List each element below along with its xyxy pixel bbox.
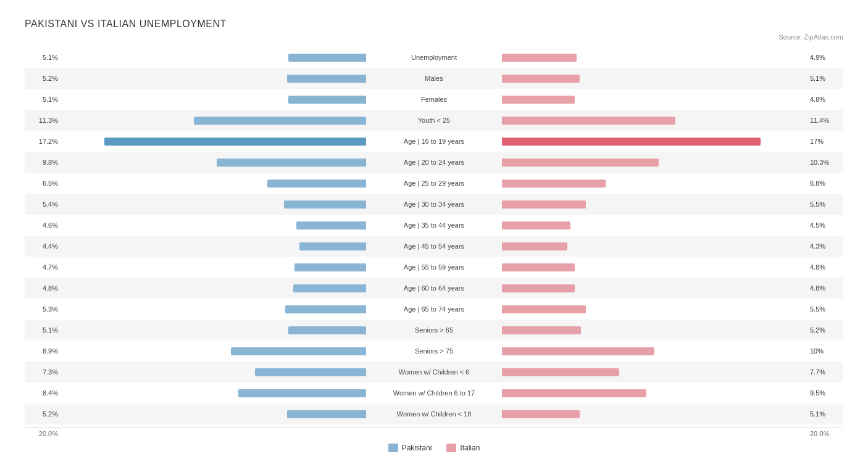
chart-row: 4.4%Age | 45 to 54 years4.3%: [25, 236, 843, 257]
bar-pakistani: [104, 138, 366, 146]
right-bar-container: [502, 242, 806, 250]
bar-pakistani: [238, 389, 366, 397]
right-value: 4.8%: [806, 96, 843, 103]
bar-row-label: Age | 35 to 44 years: [366, 221, 502, 229]
right-bar-container: [502, 305, 806, 313]
bar-pair-pakistani: Age | 55 to 59 years: [62, 263, 806, 271]
left-value: 5.1%: [25, 326, 62, 334]
chart-row: 11.3%Youth < 2511.4%: [25, 110, 843, 131]
left-bar-container: [62, 368, 366, 376]
right-value: 9.5%: [806, 389, 843, 397]
bar-italian: [502, 368, 619, 376]
left-value: 5.2%: [25, 410, 62, 418]
bar-italian: [502, 159, 659, 167]
bar-pair-pakistani: Age | 65 to 74 years: [62, 305, 806, 313]
left-bar-container: [62, 305, 366, 313]
bar-italian: [502, 96, 575, 104]
left-bar-container: [62, 284, 366, 292]
bar-pair-pakistani: Seniors > 65: [62, 326, 806, 334]
chart-title: PAKISTANI VS ITALIAN UNEMPLOYMENT: [25, 19, 843, 30]
right-bar-container: [502, 159, 806, 167]
left-value: 8.4%: [25, 389, 62, 397]
bar-pakistani: [288, 326, 366, 334]
left-value: 9.8%: [25, 159, 62, 166]
left-value: 5.2%: [25, 75, 62, 82]
bar-row-label: Age | 45 to 54 years: [366, 242, 502, 250]
bar-pair-pakistani: Women w/ Children < 6: [62, 368, 806, 376]
bars-center: Women w/ Children 6 to 17: [62, 389, 806, 397]
left-bar-container: [62, 263, 366, 271]
right-value: 4.5%: [806, 221, 843, 229]
bar-pair-pakistani: Age | 45 to 54 years: [62, 242, 806, 250]
right-value: 4.3%: [806, 242, 843, 250]
bar-row-label: Age | 65 to 74 years: [366, 305, 502, 313]
chart-row: 5.2%Women w/ Children < 185.1%: [25, 403, 843, 424]
bar-pair-pakistani: Women w/ Children 6 to 17: [62, 389, 806, 397]
right-bar-container: [502, 96, 806, 104]
bars-wrapper: 5.1%Unemployment4.9%5.2%Males5.1%5.1%Fem…: [25, 47, 843, 424]
bars-center: Age | 65 to 74 years: [62, 305, 806, 313]
bars-center: Women w/ Children < 18: [62, 410, 806, 418]
left-value: 5.1%: [25, 54, 62, 61]
bars-center: Seniors > 65: [62, 326, 806, 334]
chart-row: 5.4%Age | 30 to 34 years5.5%: [25, 194, 843, 215]
bar-pakistani: [194, 117, 366, 125]
left-value: 4.8%: [25, 284, 62, 292]
bars-center: Age | 16 to 19 years: [62, 138, 806, 146]
chart-row: 8.4%Women w/ Children 6 to 179.5%: [25, 382, 843, 403]
legend-pakistani-color: [388, 444, 398, 452]
right-bar-container: [502, 221, 806, 229]
bars-center: Age | 35 to 44 years: [62, 221, 806, 229]
bar-pair-pakistani: Age | 35 to 44 years: [62, 221, 806, 229]
bars-center: Females: [62, 96, 806, 104]
left-bar-container: [62, 221, 366, 229]
right-bar-container: [502, 284, 806, 292]
right-bar-container: [502, 138, 806, 146]
legend-italian-label: Italian: [460, 444, 480, 452]
chart-row: 5.1%Females4.8%: [25, 89, 843, 110]
left-value: 6.5%: [25, 180, 62, 187]
chart-row: 8.9%Seniors > 7510%: [25, 341, 843, 362]
left-bar-container: [62, 242, 366, 250]
bars-center: Age | 60 to 64 years: [62, 284, 806, 292]
bar-row-label: Age | 55 to 59 years: [366, 263, 502, 271]
chart-row: 5.2%Males5.1%: [25, 68, 843, 89]
bar-italian: [502, 180, 606, 188]
chart-row: 9.8%Age | 20 to 24 years10.3%: [25, 152, 843, 173]
legend-italian: Italian: [446, 444, 480, 452]
legend-pakistani-label: Pakistani: [402, 444, 432, 452]
right-value: 7.7%: [806, 368, 843, 376]
left-value: 7.3%: [25, 368, 62, 376]
bar-pakistani: [284, 200, 366, 209]
left-value: 4.7%: [25, 263, 62, 271]
bar-row-label: Unemployment: [366, 54, 502, 61]
left-bar-container: [62, 180, 366, 188]
bars-center: Age | 45 to 54 years: [62, 242, 806, 250]
bar-pair-pakistani: Women w/ Children < 18: [62, 410, 806, 418]
bar-pair-pakistani: Age | 16 to 19 years: [62, 138, 806, 146]
bar-row-label: Seniors > 65: [366, 326, 502, 334]
bar-italian: [502, 117, 675, 125]
left-value: 4.6%: [25, 221, 62, 229]
right-value: 5.1%: [806, 75, 843, 82]
bar-italian: [502, 389, 646, 397]
left-bar-container: [62, 159, 366, 167]
bar-italian: [502, 200, 586, 209]
bar-row-label: Females: [366, 96, 502, 103]
chart-row: 5.1%Unemployment4.9%: [25, 47, 843, 68]
chart-row: 4.7%Age | 55 to 59 years4.8%: [25, 257, 843, 278]
right-bar-container: [502, 54, 806, 62]
left-bar-container: [62, 389, 366, 397]
bar-pair-pakistani: Seniors > 75: [62, 347, 806, 355]
bar-row-label: Women w/ Children < 6: [366, 368, 502, 376]
right-value: 4.8%: [806, 263, 843, 271]
bar-italian: [502, 326, 581, 334]
bar-pakistani: [299, 242, 366, 250]
bar-row-label: Youth < 25: [366, 117, 502, 124]
bar-pakistani: [288, 96, 366, 104]
bar-row-label: Seniors > 75: [366, 347, 502, 355]
bars-center: Age | 30 to 34 years: [62, 200, 806, 209]
legend-pakistani: Pakistani: [388, 444, 432, 452]
bar-pakistani: [231, 347, 366, 355]
bar-pakistani: [287, 410, 366, 418]
